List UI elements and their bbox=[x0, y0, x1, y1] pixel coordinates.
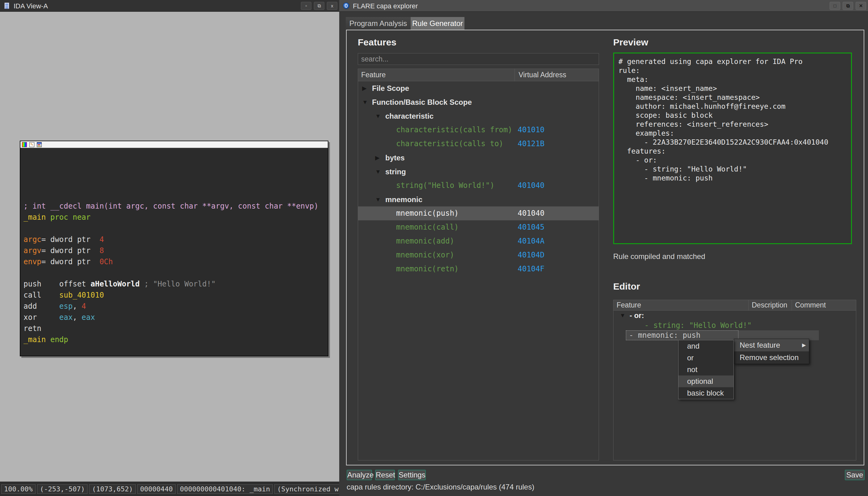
submenu-item-basic-block[interactable]: basic block bbox=[679, 387, 733, 399]
column-feature[interactable]: Feature bbox=[613, 300, 748, 310]
virtual-address[interactable]: 401040 bbox=[518, 179, 545, 192]
restore-icon[interactable]: ⧉ bbox=[314, 2, 324, 10]
tree-row[interactable]: characteristic(calls to)40121B bbox=[358, 137, 599, 151]
tree-row[interactable]: ▶File Scope bbox=[358, 81, 599, 95]
virtual-address[interactable]: 401045 bbox=[518, 220, 545, 234]
column-virtual-address[interactable]: Virtual Address bbox=[515, 69, 599, 81]
disassembly-listing[interactable]: ; int __cdecl main(int argc, const char … bbox=[20, 148, 328, 356]
column-comment[interactable]: Comment bbox=[792, 300, 828, 310]
statusbar-segment: (-253,-507) bbox=[37, 484, 88, 494]
code-line[interactable] bbox=[24, 267, 328, 278]
tab-bar: Program Analysis Rule Generator bbox=[339, 12, 868, 30]
tree-row[interactable]: mnemonic(retn)40104F bbox=[358, 262, 599, 276]
tree-row[interactable]: ▶bytes bbox=[358, 151, 599, 165]
virtual-address[interactable]: 40104D bbox=[518, 248, 545, 262]
features-tree-header[interactable]: Feature Virtual Address bbox=[358, 69, 599, 81]
rule-editor: Feature Description Comment ▼ - or: - st… bbox=[613, 300, 856, 461]
code-line[interactable]: xor eax, eax bbox=[24, 312, 328, 323]
preview-line: - string: "Hello World!" bbox=[619, 165, 851, 174]
tree-parent-label: bytes bbox=[385, 151, 405, 165]
tree-row[interactable]: mnemonic(call)401045 bbox=[358, 220, 599, 234]
edit-icon[interactable]: ✎ bbox=[29, 142, 34, 147]
save-button[interactable]: Save bbox=[845, 470, 865, 480]
chevron-down-icon[interactable]: ▼ bbox=[620, 311, 626, 321]
chevron-down-icon[interactable]: ▼ bbox=[375, 192, 381, 206]
virtual-address[interactable]: 40104A bbox=[518, 234, 545, 248]
maximize-icon[interactable]: □ bbox=[829, 2, 840, 10]
chevron-down-icon[interactable]: ▼ bbox=[362, 95, 368, 109]
tree-row[interactable]: ▼Function/Basic Block Scope bbox=[358, 95, 599, 109]
disassembly-toolbar: ✎ bbox=[20, 141, 328, 148]
feature-label: mnemonic(push) bbox=[396, 206, 459, 220]
tree-row[interactable]: string("Hello World!")401040 bbox=[358, 179, 599, 192]
minimize-icon[interactable]: ▫ bbox=[301, 2, 311, 10]
column-description[interactable]: Description bbox=[748, 300, 792, 310]
preview-line: namespace: <insert_namespace> bbox=[619, 93, 851, 102]
ida-view-window: IDA View-A ▫ ⧉ x ✎ ; int __cdecl main(in… bbox=[0, 0, 339, 496]
submenu-item-and[interactable]: and bbox=[679, 340, 733, 352]
chevron-right-icon[interactable]: ▶ bbox=[362, 81, 367, 95]
disassembly-window[interactable]: ✎ ; int __cdecl main(int argc, const cha… bbox=[20, 141, 329, 356]
ida-canvas[interactable]: ✎ ; int __cdecl main(int argc, const cha… bbox=[0, 12, 339, 481]
analyze-button[interactable]: Analyze bbox=[347, 470, 372, 480]
code-line[interactable]: call sub_401010 bbox=[24, 290, 328, 301]
code-line[interactable]: push offset aHelloWorld ; "Hello World!" bbox=[24, 278, 328, 290]
ida-window-title: IDA View-A bbox=[14, 2, 48, 10]
column-feature[interactable]: Feature bbox=[358, 69, 515, 81]
code-line[interactable]: _main endp bbox=[24, 334, 328, 345]
code-line[interactable] bbox=[24, 223, 328, 234]
code-line[interactable]: add esp, 4 bbox=[24, 301, 328, 312]
tab-rule-generator[interactable]: Rule Generator bbox=[411, 17, 465, 30]
search-input[interactable] bbox=[358, 53, 599, 65]
virtual-address[interactable]: 40104F bbox=[518, 262, 545, 276]
tree-parent-label: string bbox=[385, 165, 406, 179]
capa-titlebar[interactable]: FLARE capa explorer □ ⧉ ✕ bbox=[339, 0, 868, 12]
virtual-address[interactable]: 40121B bbox=[518, 137, 545, 151]
settings-button[interactable]: Settings bbox=[398, 470, 426, 480]
feature-label: mnemonic(retn) bbox=[396, 262, 459, 276]
chevron-right-icon[interactable]: ▶ bbox=[375, 151, 380, 165]
tab-program-analysis[interactable]: Program Analysis bbox=[346, 17, 411, 30]
feature-label: characteristic(calls from) bbox=[396, 123, 513, 137]
chevron-down-icon[interactable]: ▼ bbox=[375, 109, 381, 123]
tree-row[interactable]: mnemonic(xor)40104D bbox=[358, 248, 599, 262]
ida-titlebar[interactable]: IDA View-A ▫ ⧉ x bbox=[0, 0, 339, 12]
restore-icon[interactable]: ⧉ bbox=[843, 2, 853, 10]
tree-row[interactable]: mnemonic(push)401040 bbox=[358, 206, 599, 220]
preview-line: author: michael.hunhoff@fireeye.com bbox=[619, 102, 851, 111]
tree-row[interactable]: characteristic(calls from)401010 bbox=[358, 123, 599, 137]
editor-header[interactable]: Feature Description Comment bbox=[613, 300, 856, 311]
submenu-item-optional[interactable]: optional bbox=[679, 375, 733, 387]
virtual-address[interactable]: 401010 bbox=[518, 123, 545, 137]
tree-row[interactable]: ▼mnemonic bbox=[358, 192, 599, 206]
window-icon[interactable] bbox=[37, 142, 42, 147]
editor-row-string[interactable]: - string: "Hello World!" bbox=[613, 321, 856, 330]
code-line[interactable]: argv= dword ptr 8 bbox=[24, 245, 328, 256]
editor-row-or[interactable]: ▼ - or: bbox=[613, 311, 856, 321]
code-line[interactable]: ; int __cdecl main(int argc, const char … bbox=[24, 201, 328, 212]
rule-preview[interactable]: # generated using capa explorer for IDA … bbox=[613, 52, 852, 244]
chevron-down-icon[interactable]: ▼ bbox=[375, 165, 381, 179]
colors-icon[interactable] bbox=[22, 142, 27, 147]
tree-row[interactable]: mnemonic(add)40104A bbox=[358, 234, 599, 248]
preview-heading: Preview bbox=[613, 37, 648, 48]
tree-row[interactable]: ▼string bbox=[358, 165, 599, 179]
close-icon[interactable]: ✕ bbox=[856, 2, 866, 10]
menu-item-nest-feature[interactable]: Nest feature▶ bbox=[734, 339, 809, 351]
preview-line: features: bbox=[619, 147, 851, 156]
ida-view-icon bbox=[4, 2, 9, 9]
reset-button[interactable]: Reset bbox=[375, 470, 395, 480]
menu-item-remove-selection[interactable]: Remove selection bbox=[734, 351, 809, 364]
nest-feature-submenu: andornotoptionalbasic block bbox=[678, 340, 734, 399]
code-line[interactable]: envp= dword ptr 0Ch bbox=[24, 256, 328, 267]
submenu-item-not[interactable]: not bbox=[679, 364, 733, 375]
close-icon[interactable]: x bbox=[327, 2, 337, 10]
code-line[interactable]: _main proc near bbox=[24, 212, 328, 223]
ida-statusbar: 100.00%(-253,-507)(1073,652)000004400000… bbox=[0, 481, 339, 496]
submenu-item-or[interactable]: or bbox=[679, 352, 733, 364]
tree-row[interactable]: ▼characteristic bbox=[358, 109, 599, 123]
virtual-address[interactable]: 401040 bbox=[518, 206, 545, 220]
code-line[interactable]: argc= dword ptr 4 bbox=[24, 234, 328, 245]
feature-label: mnemonic(call) bbox=[396, 220, 459, 234]
code-line[interactable]: retn bbox=[24, 323, 328, 334]
